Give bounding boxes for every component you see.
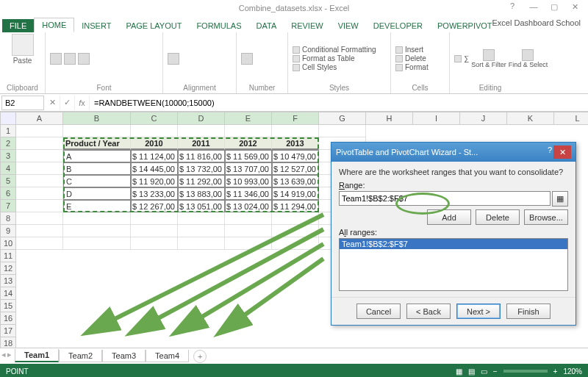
all-ranges-list[interactable]: Team1!$B$2:$F$7 xyxy=(339,238,568,291)
italic-icon[interactable] xyxy=(78,53,90,65)
row-5[interactable]: 5 xyxy=(0,175,16,187)
col-F[interactable]: F xyxy=(272,112,319,125)
col-E[interactable]: E xyxy=(225,112,272,125)
format-cell-icon[interactable] xyxy=(395,64,403,71)
row-10[interactable]: 10 xyxy=(0,237,16,250)
tab-data[interactable]: DATA xyxy=(249,19,284,32)
cell-product[interactable]: A xyxy=(63,150,131,162)
browse-button[interactable]: Browse... xyxy=(524,209,568,225)
autosum-icon[interactable] xyxy=(454,55,462,62)
zoom-level[interactable]: 120% xyxy=(563,367,582,376)
col-D[interactable]: D xyxy=(178,112,225,125)
row-4[interactable]: 4 xyxy=(0,162,16,175)
view-break-icon[interactable]: ▭ xyxy=(481,367,487,376)
col-J[interactable]: J xyxy=(460,112,507,125)
tab-formulas[interactable]: FORMULAS xyxy=(189,19,248,32)
col-K[interactable]: K xyxy=(507,112,554,125)
tab-insert[interactable]: INSERT xyxy=(74,19,118,32)
add-button[interactable]: Add xyxy=(427,209,471,225)
hdr-2012[interactable]: 2012 xyxy=(225,137,272,150)
tab-review[interactable]: REVIEW xyxy=(284,19,330,32)
row-14[interactable]: 14 xyxy=(0,287,16,300)
finish-button[interactable]: Finish xyxy=(506,304,551,319)
bold-icon[interactable] xyxy=(64,53,76,65)
row-7[interactable]: 7 xyxy=(0,200,16,212)
align-icon[interactable] xyxy=(168,53,179,65)
col-L[interactable]: L xyxy=(554,112,588,125)
tab-pagelayout[interactable]: PAGE LAYOUT xyxy=(118,19,189,32)
zoom-in-icon[interactable]: + xyxy=(553,367,558,376)
hdr-2011[interactable]: 2011 xyxy=(178,137,225,150)
row-2[interactable]: 2 xyxy=(0,137,16,150)
new-sheet-icon[interactable]: + xyxy=(193,350,207,363)
range-input[interactable] xyxy=(339,191,551,206)
cancel-button[interactable]: Cancel xyxy=(356,304,401,319)
sheet-prev-icon[interactable]: ◂ xyxy=(1,350,6,359)
number-format-icon[interactable] xyxy=(241,53,253,65)
sheet-tab-team2[interactable]: Team2 xyxy=(59,350,102,362)
tab-powerpivot[interactable]: POWERPIVOT xyxy=(430,19,500,32)
cond-fmt-icon[interactable] xyxy=(293,46,300,54)
font-box-icon[interactable] xyxy=(50,53,62,65)
ribbon-help-icon[interactable]: ? xyxy=(510,1,514,10)
formula-input[interactable] xyxy=(90,96,588,110)
tab-view[interactable]: VIEW xyxy=(331,19,366,32)
row-17[interactable]: 17 xyxy=(0,325,16,337)
zoom-out-icon[interactable]: − xyxy=(493,367,498,376)
tab-file[interactable]: FILE xyxy=(2,19,34,32)
cells[interactable]: Product / Year 2010 2011 2012 2013 A $ 1… xyxy=(16,125,366,250)
hdr-product[interactable]: Product / Year xyxy=(63,137,131,150)
delete-cell-icon[interactable] xyxy=(395,55,403,62)
col-I[interactable]: I xyxy=(413,112,460,125)
zoom-slider[interactable] xyxy=(503,370,548,373)
sort-icon[interactable] xyxy=(483,49,495,61)
hdr-2010[interactable]: 2010 xyxy=(131,137,178,150)
row-15[interactable]: 15 xyxy=(0,300,16,312)
find-icon[interactable] xyxy=(522,49,534,61)
sheet-tab-team4[interactable]: Team4 xyxy=(146,350,189,362)
delete-button[interactable]: Delete xyxy=(476,209,520,225)
row-18[interactable]: 18 xyxy=(0,337,16,348)
fmt-table-icon[interactable] xyxy=(293,55,300,62)
row-16[interactable]: 16 xyxy=(0,312,16,325)
sheet-tab-team3[interactable]: Team3 xyxy=(102,350,146,362)
group-number: Number xyxy=(241,83,283,92)
row-12[interactable]: 12 xyxy=(0,262,16,275)
insert-cell-icon[interactable] xyxy=(395,46,403,54)
list-item[interactable]: Team1!$B$2:$F$7 xyxy=(340,239,567,249)
row-13[interactable]: 13 xyxy=(0,275,16,287)
col-C[interactable]: C xyxy=(131,112,178,125)
name-box[interactable] xyxy=(1,96,44,110)
back-button[interactable]: < Back xyxy=(406,304,451,319)
sheet-next-icon[interactable]: ▸ xyxy=(7,350,12,359)
close-icon[interactable]: ✕ xyxy=(564,0,585,13)
maximize-icon[interactable]: ▢ xyxy=(544,0,564,13)
row-11[interactable]: 11 xyxy=(0,250,16,262)
fx-icon[interactable]: fx xyxy=(75,96,90,110)
view-page-icon[interactable]: ▤ xyxy=(468,367,475,376)
hdr-2013[interactable]: 2013 xyxy=(272,137,319,150)
col-H[interactable]: H xyxy=(366,112,413,125)
cell-styles-icon[interactable] xyxy=(293,64,300,71)
tab-developer[interactable]: DEVELOPER xyxy=(366,19,430,32)
view-normal-icon[interactable]: ▦ xyxy=(456,367,462,376)
row-6[interactable]: 6 xyxy=(0,187,16,200)
col-G[interactable]: G xyxy=(319,112,366,125)
sheet-tab-team1[interactable]: Team1 xyxy=(15,349,59,362)
dialog-close-icon[interactable]: ✕ xyxy=(553,146,571,159)
cancel-formula-icon[interactable]: ✕ xyxy=(46,96,60,110)
row-3[interactable]: 3 xyxy=(0,150,16,162)
row-9[interactable]: 9 xyxy=(0,225,16,237)
paste-icon[interactable] xyxy=(12,34,34,56)
select-all-corner[interactable] xyxy=(0,112,16,125)
dialog-help-icon[interactable]: ? xyxy=(548,146,552,159)
enter-formula-icon[interactable]: ✓ xyxy=(60,96,75,110)
row-8[interactable]: 8 xyxy=(0,212,16,225)
col-A[interactable]: A xyxy=(16,112,63,125)
row-1[interactable]: 1 xyxy=(0,125,16,137)
col-B[interactable]: B xyxy=(63,112,131,125)
tab-home[interactable]: HOME xyxy=(34,18,74,32)
next-button[interactable]: Next > xyxy=(456,304,501,319)
minimize-icon[interactable]: — xyxy=(523,0,544,13)
range-picker-icon[interactable]: ▦ xyxy=(552,191,568,207)
